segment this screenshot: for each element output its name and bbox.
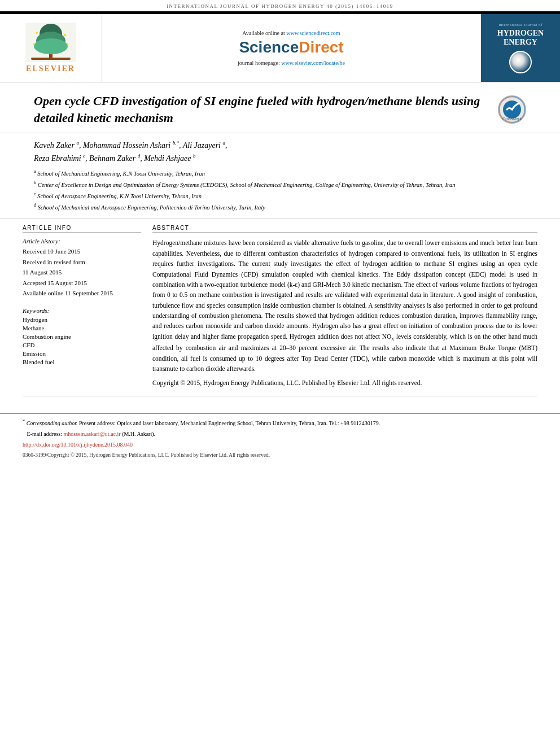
- journal-url[interactable]: www.elsevier.com/locate/he: [281, 60, 345, 66]
- available-online-text: Available online at www.sciencedirect.co…: [242, 30, 340, 36]
- abstract-column: ABSTRACT Hydrogen/methane mixtures have …: [152, 225, 537, 391]
- svg-point-6: [36, 32, 38, 34]
- accepted-date: Accepted 15 August 2015: [23, 278, 141, 288]
- keyword-emission: Emission: [23, 350, 141, 357]
- footnote-section: * Corresponding author. Present address:…: [0, 413, 560, 458]
- corresponding-author-line: * Corresponding author. Present address:…: [23, 418, 537, 427]
- main-content: ARTICLE INFO Article history: Received 1…: [0, 225, 560, 391]
- doi-line: http://dx.doi.org/10.1016/j.ijhydene.201…: [23, 440, 537, 449]
- sciencedirect-logo: ScienceDirect: [239, 38, 343, 56]
- journal-badge-title: HYDROGENENERGY: [497, 29, 544, 46]
- abstract-text: Hydrogen/methane mixtures have been cons…: [152, 238, 537, 388]
- paper-title: Open cycle CFD investigation of SI engin…: [34, 93, 487, 126]
- elsevier-logo: ELSEVIER: [25, 23, 76, 73]
- journal-header: ELSEVIER Available online at www.science…: [0, 13, 560, 82]
- elsevier-wordmark: ELSEVIER: [26, 64, 75, 73]
- author-behnam: Behnam Zaker: [89, 154, 135, 163]
- sciencedirect-url[interactable]: www.sciencedirect.com: [286, 30, 340, 36]
- affiliation-a: a School of Mechanical Engineering, K.N …: [34, 168, 526, 178]
- title-section: Open cycle CFD investigation of SI engin…: [0, 82, 560, 133]
- article-info-header: ARTICLE INFO: [23, 225, 141, 233]
- journal-badge-section: International Journal of HYDROGENENERGY: [481, 14, 560, 82]
- online-date: Available online 11 September 2015: [23, 289, 141, 298]
- affiliation-b: b Center of Excellence in Design and Opt…: [34, 180, 526, 189]
- svg-point-9: [67, 43, 68, 45]
- keywords-label: Keywords:: [23, 307, 141, 314]
- author-mohammad: Mohammad Hossein Askari: [83, 141, 170, 150]
- svg-point-7: [64, 34, 66, 36]
- email-link[interactable]: mhossein.askari@ut.ac.ir: [63, 431, 120, 437]
- journal-badge: International Journal of HYDROGENENERGY: [497, 23, 544, 73]
- banner-text: INTERNATIONAL JOURNAL OF HYDROGEN ENERGY…: [167, 3, 393, 9]
- footnote-separator: [23, 396, 537, 396]
- author-reza: Reza Ebrahimi: [34, 154, 81, 163]
- svg-point-8: [33, 43, 34, 45]
- keyword-combustion: Combustion engine: [23, 333, 141, 340]
- email-line: E-mail address: mhossein.askari@ut.ac.ir…: [23, 430, 537, 438]
- received-date: Received 10 June 2015: [23, 247, 141, 256]
- journal-badge-icon: [509, 51, 532, 73]
- crossmark-svg: CrossMark: [499, 97, 525, 123]
- issn-line: 0360-3199/Copyright © 2015, Hydrogen Ene…: [23, 452, 537, 458]
- abstract-paragraph: Hydrogen/methane mixtures have been cons…: [152, 238, 537, 374]
- author-ali: Ali Jazayeri: [183, 141, 221, 150]
- keyword-cfd: CFD: [23, 342, 141, 348]
- authors-section: Kaveh Zaker a, Mohammad Hossein Askari b…: [0, 133, 560, 219]
- affiliation-c: c School of Aerospace Engineering, K.N T…: [34, 191, 526, 200]
- elsevier-tree-icon: [25, 23, 76, 62]
- elsevier-logo-section: ELSEVIER: [0, 14, 102, 82]
- svg-text:CrossMark: CrossMark: [502, 117, 522, 121]
- keyword-hydrogen: Hydrogen: [23, 316, 141, 323]
- sciencedirect-section: Available online at www.sciencedirect.co…: [102, 14, 481, 82]
- revised-date-label: Received in revised form: [23, 257, 141, 267]
- abstract-header: ABSTRACT: [152, 225, 537, 233]
- svg-rect-5: [31, 58, 71, 60]
- article-info-column: ARTICLE INFO Article history: Received 1…: [23, 225, 141, 391]
- affiliation-d: d School of Mechanical and Aerospace Eng…: [34, 202, 526, 212]
- abstract-copyright: Copyright © 2015, Hydrogen Energy Public…: [152, 378, 537, 388]
- keywords-section: Keywords: Hydrogen Methane Combustion en…: [23, 307, 141, 365]
- article-history-label: Article history:: [23, 238, 141, 244]
- keyword-blended: Blended fuel: [23, 359, 141, 365]
- crossmark-icon: CrossMark: [498, 95, 526, 124]
- journal-badge-top-text: International Journal of: [498, 23, 542, 27]
- authors-line: Kaveh Zaker a, Mohammad Hossein Askari b…: [34, 139, 526, 165]
- keyword-methane: Methane: [23, 325, 141, 331]
- svg-point-4: [34, 38, 68, 54]
- author-kaveh: Kaveh Zaker: [34, 141, 75, 150]
- author-mehdi: Mehdi Ashjaee: [144, 154, 191, 163]
- journal-homepage-text: journal homepage: www.elsevier.com/locat…: [238, 60, 345, 66]
- journal-banner: INTERNATIONAL JOURNAL OF HYDROGEN ENERGY…: [0, 0, 560, 11]
- revised-date: 11 August 2015: [23, 268, 141, 277]
- doi-link[interactable]: http://dx.doi.org/10.1016/j.ijhydene.201…: [23, 442, 133, 448]
- crossmark-badge[interactable]: CrossMark: [498, 95, 526, 124]
